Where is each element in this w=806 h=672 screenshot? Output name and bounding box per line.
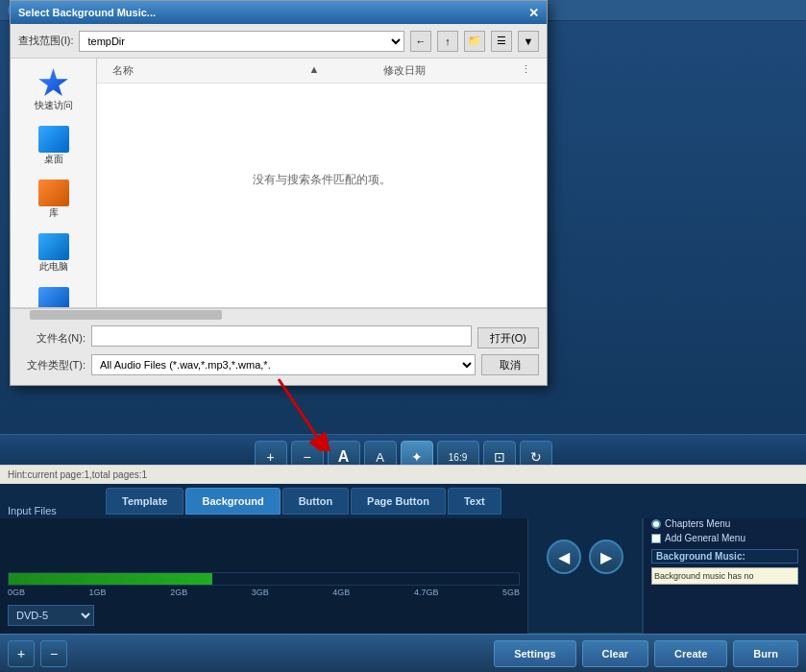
label-0gb: 0GB [8,588,25,597]
nav-network[interactable]: 网络 [11,281,96,307]
label-3gb: 3GB [252,588,269,597]
action-bar-left: + − [8,640,67,667]
label-1gb: 1GB [89,588,107,597]
col-extra: ⋮ [433,60,539,81]
up-btn[interactable]: ↑ [437,31,458,52]
burn-button[interactable]: Burn [733,640,798,667]
dialog-titlebar: Select Background Music... ✕ [11,1,547,24]
view-btn2[interactable]: ▼ [518,31,539,52]
empty-message: 没有与搜索条件匹配的项。 [97,84,547,276]
storage-labels: 0GB 1GB 2GB 3GB 4GB 4.7GB 5GB [8,588,520,597]
tab-bar: Template Background Button Page Button T… [0,484,806,518]
tab-text-label: Text [464,495,485,507]
clear-button[interactable]: Clear [582,640,649,667]
create-button[interactable]: Create [654,640,727,667]
nav-library[interactable]: 库 [11,174,96,226]
cancel-button[interactable]: 取消 [481,354,539,375]
dialog-nav-pane: 快速访问 桌面 库 此电脑 网络 [11,59,547,308]
next-arrow-button[interactable]: ▶ [589,540,623,574]
tab-text[interactable]: Text [448,488,501,515]
dialog-scrollbar-h[interactable] [11,308,547,320]
bg-music-title: Background Music: [651,549,798,564]
column-headers: 名称 ▲ 修改日期 ⋮ [97,59,547,84]
bg-music-input-row [651,567,798,585]
tab-page-button-label: Page Button [367,495,429,507]
filename-label: 文件名(N): [18,331,85,346]
label-47gb: 4.7GB [414,588,439,597]
col-name[interactable]: 名称 [105,60,302,81]
label-2gb: 2GB [170,588,187,597]
filetype-label: 文件类型(T): [18,358,85,372]
dialog-bottom: 文件名(N): 打开(O) 文件类型(T): All Audio Files (… [11,320,547,385]
add-general-menu-checkbox[interactable] [651,534,661,543]
nav-quick-access[interactable]: 快速访问 [11,62,96,118]
location-select[interactable]: tempDir [79,31,404,52]
add-general-menu-label: Add General Menu [665,533,745,543]
action-bar: + − Settings Clear Create Burn [0,634,806,672]
nav-library-label: 库 [49,206,59,220]
network-icon [38,287,69,307]
input-files-label: Input Files [8,505,57,516]
nav-quick-access-label: 快速访问 [35,99,73,112]
disc-select[interactable]: DVD-5 DVD-9 BD-25 [8,605,94,626]
scrollbar-thumb [30,310,222,320]
chapters-radio[interactable] [651,519,661,529]
chapters-radio-row: Chapters Menu [651,518,798,529]
bg-music-section: Background Music: [651,549,798,585]
storage-bar-fill [9,573,212,585]
label-5gb: 5GB [502,588,520,597]
location-label: 查找范围(I): [18,34,73,48]
open-button[interactable]: 打开(O) [477,327,539,348]
quick-access-icon [38,68,69,99]
dialog-close-button[interactable]: ✕ [528,6,539,20]
filename-row: 文件名(N): 打开(O) [18,325,539,350]
storage-bar-container [8,572,520,586]
dialog-toolbar: 查找范围(I): tempDir ← ↑ 📁 ☰ ▼ [11,24,547,59]
tab-background-label: Background [202,495,263,507]
new-folder-btn[interactable]: 📁 [464,31,485,52]
desktop-icon [38,126,69,153]
filetype-select[interactable]: All Audio Files (*.wav,*.mp3,*.wma,*. [91,354,476,375]
nav-desktop[interactable]: 桌面 [11,120,96,172]
dialog-title: Select Background Music... [18,7,156,18]
tab-template-label: Template [122,495,167,507]
hint-bar: Hint:current page:1,total pages:1 [0,465,806,484]
prev-arrow-button[interactable]: ◀ [547,540,581,574]
back-btn[interactable]: ← [410,31,431,52]
view-btn[interactable]: ☰ [491,31,512,52]
tab-background[interactable]: Background [185,488,280,515]
minus-btn[interactable]: − [40,640,67,667]
settings-button[interactable]: Settings [494,640,575,667]
tab-template[interactable]: Template [106,488,183,515]
dialog-main-pane: 名称 ▲ 修改日期 ⋮ 没有与搜索条件匹配的项。 [97,59,547,307]
app-background: Sonne DVD Creator Select Background Musi… [0,0,806,672]
add-general-menu-row: Add General Menu [651,533,798,543]
col-date[interactable]: 修改日期 [327,60,432,81]
plus-btn[interactable]: + [8,640,35,667]
filetype-row: 文件类型(T): All Audio Files (*.wav,*.mp3,*.… [18,354,539,375]
chapters-label: Chapters Menu [665,518,730,529]
svg-line-1 [279,379,317,437]
hint-text: Hint:current page:1,total pages:1 [8,469,147,480]
nav-desktop-label: 桌面 [44,153,63,166]
file-dialog: Select Background Music... ✕ 查找范围(I): te… [10,0,548,386]
tab-button[interactable]: Button [282,488,349,515]
col-up-arrow[interactable]: ▲ [302,60,328,81]
tab-page-button[interactable]: Page Button [351,488,446,515]
nav-pc-label: 此电脑 [39,260,68,274]
bg-music-input[interactable] [651,567,798,585]
filename-input[interactable] [91,325,472,347]
nav-pc[interactable]: 此电脑 [11,228,96,279]
label-4gb: 4GB [332,588,350,597]
pc-icon [38,233,69,260]
tab-button-label: Button [299,495,332,507]
dialog-left-nav: 快速访问 桌面 库 此电脑 网络 [11,59,97,307]
library-icon [38,180,69,206]
